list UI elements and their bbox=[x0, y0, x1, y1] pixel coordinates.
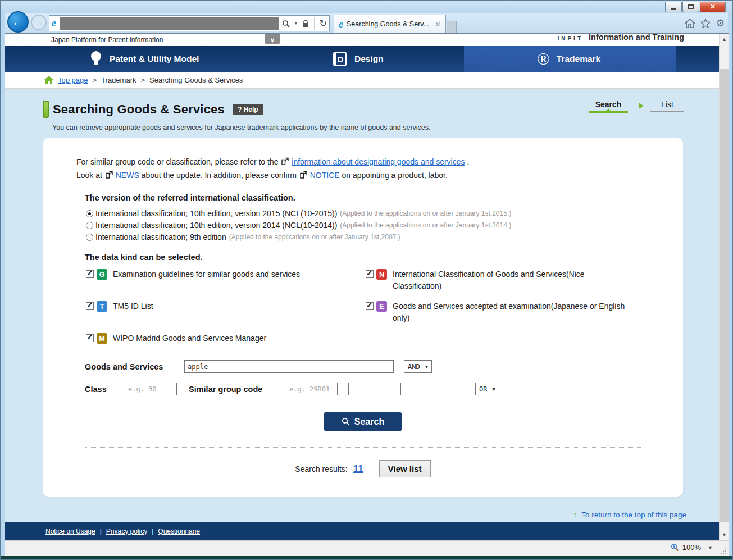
data-kind-option-n[interactable]: N International Classification of Goods … bbox=[366, 268, 649, 292]
page-content: Searching Goods & Services ? Help Search… bbox=[5, 89, 719, 540]
url-redacted-block bbox=[60, 17, 279, 30]
goods-services-input[interactable] bbox=[184, 360, 394, 373]
browser-tab[interactable]: e Searching Goods & Serv... ✕ bbox=[334, 15, 446, 33]
badge-g: G bbox=[97, 269, 107, 280]
footer-link-questionnarie[interactable]: Questionnarie bbox=[158, 527, 200, 535]
divider bbox=[314, 17, 315, 30]
data-kind-heading: The data kind can be selected. bbox=[85, 253, 649, 262]
vertical-scrollbar[interactable]: ▲ ▼ bbox=[719, 34, 729, 540]
maximize-icon bbox=[688, 4, 694, 9]
divider: | bbox=[152, 527, 153, 535]
classification-option-2014[interactable]: International classification; 10th editi… bbox=[86, 221, 649, 230]
badge-e: E bbox=[376, 301, 387, 312]
address-bar[interactable]: e ▼ ↻ bbox=[49, 15, 330, 31]
data-kind-option-e[interactable]: E Goods and Services accepted at examina… bbox=[366, 301, 649, 324]
nav-item-patent[interactable]: Patent & Utility Model bbox=[90, 46, 199, 72]
search-results-label: Search results: bbox=[295, 465, 347, 474]
similar-group-code-input-3[interactable] bbox=[412, 383, 465, 395]
divider: | bbox=[100, 527, 102, 535]
registered-r-icon: ® bbox=[537, 51, 550, 67]
back-to-top-link[interactable]: To return to the top of this page bbox=[581, 511, 686, 519]
close-button[interactable]: ✕ bbox=[700, 2, 726, 12]
scrollbar-thumb[interactable] bbox=[720, 69, 729, 522]
similar-group-code-input-2[interactable] bbox=[348, 383, 401, 395]
view-list-button[interactable]: View list bbox=[379, 460, 431, 477]
nav-item-label: Design bbox=[354, 54, 384, 64]
search-icon[interactable] bbox=[282, 20, 290, 28]
home-icon[interactable] bbox=[685, 19, 695, 28]
class-input[interactable] bbox=[125, 383, 177, 395]
lightbulb-icon bbox=[90, 51, 102, 67]
radio-icon[interactable] bbox=[86, 234, 93, 241]
nav-item-design[interactable]: D Design bbox=[333, 46, 384, 72]
zoom-dropdown-icon[interactable]: ▼ bbox=[708, 545, 713, 550]
news-link[interactable]: NEWS bbox=[116, 171, 139, 180]
favorites-star-icon[interactable] bbox=[700, 19, 711, 28]
step-indicator: Search List bbox=[589, 100, 684, 113]
address-dropdown-icon[interactable]: ▼ bbox=[294, 21, 298, 26]
inpit-text: Information and Training bbox=[589, 34, 684, 42]
breadcrumb-top-page-link[interactable]: Top page bbox=[58, 76, 88, 84]
data-kind-option-m[interactable]: M WIPO Madrid Goods and Services Manager bbox=[86, 333, 366, 344]
zoom-control[interactable]: 100% ▼ bbox=[671, 543, 713, 552]
status-bar: 100% ▼ bbox=[5, 540, 729, 556]
similar-operator-select[interactable]: OR ▼ bbox=[475, 383, 499, 395]
checkbox-checked-icon[interactable] bbox=[86, 334, 94, 342]
step-active-underline bbox=[589, 111, 628, 113]
similar-group-code-input-1[interactable] bbox=[286, 383, 338, 395]
footer-link-notice-on-usage[interactable]: Notice on Usage bbox=[45, 527, 95, 535]
zoom-level: 100% bbox=[682, 543, 701, 552]
resize-grip[interactable] bbox=[721, 548, 726, 554]
notice-link[interactable]: NOTICE bbox=[310, 171, 340, 180]
search-panel: For similar group code or classification… bbox=[43, 138, 683, 497]
checkbox-checked-icon[interactable] bbox=[366, 302, 374, 310]
help-button[interactable]: ? Help bbox=[233, 104, 263, 115]
checkbox-checked-icon[interactable] bbox=[86, 302, 94, 310]
back-button[interactable]: ← bbox=[7, 11, 29, 33]
external-link-icon bbox=[299, 171, 307, 179]
nav-item-trademark[interactable]: ® Trademark bbox=[464, 46, 676, 72]
maximize-button[interactable] bbox=[682, 2, 699, 12]
forward-button[interactable]: → bbox=[31, 15, 47, 30]
radio-icon[interactable] bbox=[86, 222, 93, 229]
nav-item-label: Patent & Utility Model bbox=[110, 54, 199, 64]
breadcrumb-item: Trademark bbox=[101, 76, 136, 84]
zoom-magnifier-icon bbox=[671, 543, 679, 552]
chevron-down-icon: ▼ bbox=[425, 364, 428, 370]
breadcrumb: Top page > Trademark > Searching Goods &… bbox=[5, 72, 719, 89]
checkbox-checked-icon[interactable] bbox=[86, 270, 94, 278]
goods-operator-select[interactable]: AND ▼ bbox=[404, 360, 432, 373]
settings-gear-icon[interactable]: ⚙ bbox=[716, 17, 725, 29]
badge-n: N bbox=[376, 269, 387, 280]
minimize-icon bbox=[671, 8, 676, 10]
footer-link-privacy-policy[interactable]: Privacy policy bbox=[106, 527, 147, 535]
goods-services-label: Goods and Services bbox=[85, 362, 184, 371]
minimize-button[interactable] bbox=[665, 2, 682, 12]
search-button[interactable]: Search bbox=[324, 412, 402, 431]
inpit-logo-bars bbox=[560, 34, 580, 34]
external-link-icon bbox=[105, 171, 113, 179]
data-kind-option-g[interactable]: G Examination guidelines for similar goo… bbox=[86, 268, 366, 292]
scrollbar-up-icon[interactable]: ▲ bbox=[720, 34, 729, 45]
classification-option-2015[interactable]: International classification; 10th editi… bbox=[86, 209, 649, 218]
page-subtitle: You can retrieve appropriate goods and s… bbox=[52, 124, 719, 131]
badge-t: T bbox=[97, 301, 107, 312]
radio-selected-icon[interactable] bbox=[86, 210, 93, 217]
classification-option-9th[interactable]: International classification; 9th editio… bbox=[86, 233, 649, 242]
web-page: Japan Platform for Patent Information ∨ … bbox=[5, 34, 719, 540]
data-kind-option-t[interactable]: T TM5 ID List bbox=[86, 301, 366, 324]
new-tab-stub[interactable] bbox=[447, 21, 457, 33]
scrollbar-down-icon[interactable]: ▼ bbox=[720, 529, 729, 540]
tab-favicon-icon: e bbox=[339, 19, 343, 30]
intro-line2: Look at bbox=[76, 171, 102, 180]
tab-close-icon[interactable]: ✕ bbox=[435, 20, 441, 29]
refresh-icon[interactable]: ↻ bbox=[320, 18, 327, 29]
browser-window: ✕ ← → e ▼ ↻ e Searching Goods & Serv... … bbox=[0, 0, 733, 560]
results-count-link[interactable]: 11 bbox=[353, 463, 363, 475]
browser-chrome: ← → e ▼ ↻ e Searching Goods & Serv... ✕ … bbox=[5, 13, 728, 33]
window-titlebar[interactable]: ✕ bbox=[1, 1, 732, 14]
breadcrumb-separator: > bbox=[93, 76, 97, 84]
step-search: Search bbox=[589, 100, 628, 113]
checkbox-checked-icon[interactable] bbox=[366, 270, 374, 278]
designating-goods-link[interactable]: information about designating goods and … bbox=[292, 157, 465, 166]
